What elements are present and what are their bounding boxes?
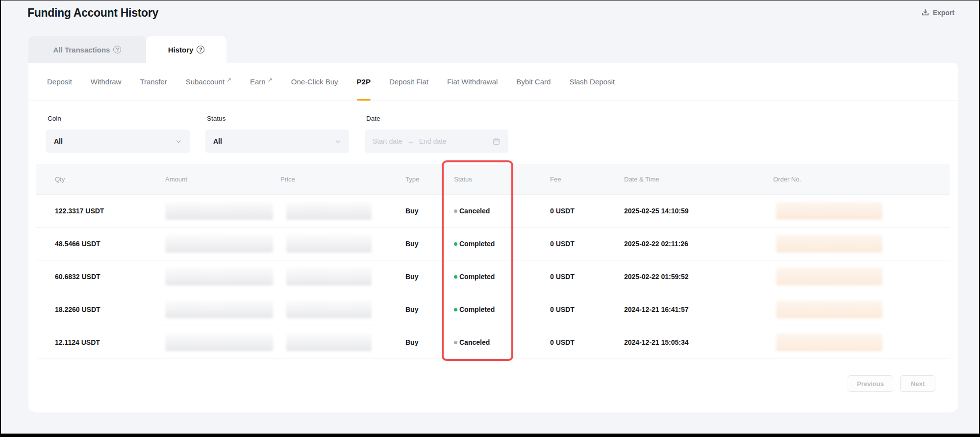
- coin-select-value: All: [54, 137, 176, 145]
- status-select[interactable]: All: [205, 129, 349, 153]
- range-arrow-icon: →: [407, 137, 414, 145]
- history-type-subtabs: Deposit Withdraw Transfer Subaccount ↗ E…: [28, 63, 958, 101]
- account-tabs: All Transactions ? History ?: [28, 36, 226, 63]
- chevron-down-icon: [335, 138, 341, 145]
- cell-fee: 0 USDT: [548, 306, 622, 313]
- subtab-slash-deposit[interactable]: Slash Deposit: [569, 63, 615, 101]
- tab-all-transactions[interactable]: All Transactions ?: [28, 36, 146, 63]
- status-dot: [454, 209, 457, 213]
- header-type: Type: [403, 176, 451, 183]
- header-price: Price: [280, 176, 403, 183]
- cell-qty: 122.3317 USDT: [36, 207, 165, 215]
- redacted-price: [286, 268, 372, 285]
- header-status: Status: [451, 176, 548, 183]
- status-dot: [454, 275, 457, 279]
- cell-qty: 18.2260 USDT: [36, 306, 165, 313]
- subtab-p2p[interactable]: P2P: [357, 63, 371, 101]
- redacted-amount: [165, 202, 273, 220]
- cell-qty: 48.5466 USDT: [36, 240, 165, 248]
- status-dot: [454, 341, 457, 344]
- transactions-table: Qty Amount Price Type Status Fee Date & …: [36, 164, 950, 359]
- cell-status: Completed: [451, 240, 548, 248]
- redacted-price: [286, 334, 372, 351]
- table-header-row: Qty Amount Price Type Status Fee Date & …: [36, 164, 950, 195]
- redacted-order-no[interactable]: [776, 268, 882, 285]
- subtab-earn[interactable]: Earn ↗: [250, 63, 273, 101]
- tab-label: All Transactions: [53, 46, 110, 54]
- cell-qty: 12.1124 USDT: [36, 338, 165, 346]
- cell-fee: 0 USDT: [548, 338, 622, 346]
- redacted-amount: [165, 235, 273, 253]
- external-link-icon: ↗: [226, 77, 231, 83]
- cell-datetime: 2024-12-21 15:05:34: [622, 338, 771, 346]
- calendar-icon: [492, 137, 501, 146]
- cell-status: Completed: [451, 306, 548, 313]
- redacted-price: [286, 235, 372, 253]
- header-datetime: Date & Time: [622, 176, 771, 183]
- date-range-picker[interactable]: Start date → End date: [365, 129, 508, 153]
- status-dot: [454, 308, 457, 311]
- redacted-order-no[interactable]: [776, 301, 882, 318]
- redacted-amount: [165, 268, 273, 285]
- date-filter: Date Start date → End date: [365, 115, 508, 153]
- subtab-one-click-buy[interactable]: One-Click Buy: [291, 63, 338, 101]
- export-label: Export: [933, 9, 955, 17]
- cell-type: Buy: [403, 207, 451, 215]
- table-row: 60.6832 USDT Buy Completed 0 USDT 2025-0…: [36, 260, 950, 293]
- table-row: 48.5466 USDT Buy Completed 0 USDT 2025-0…: [36, 228, 950, 260]
- redacted-amount: [165, 334, 273, 351]
- cell-datetime: 2025-02-22 02:11:26: [622, 240, 771, 248]
- cell-fee: 0 USDT: [548, 207, 622, 215]
- cell-status: Completed: [451, 273, 548, 281]
- subtab-fiat-withdrawal[interactable]: Fiat Withdrawal: [447, 63, 498, 101]
- export-button[interactable]: Export: [921, 8, 955, 17]
- header-qty: Qty: [36, 176, 165, 183]
- help-icon[interactable]: ?: [197, 46, 204, 53]
- status-dot: [454, 242, 457, 246]
- subtab-subaccount[interactable]: Subaccount ↗: [186, 63, 231, 101]
- subtab-withdraw[interactable]: Withdraw: [91, 63, 122, 101]
- page-title: Funding Account History: [27, 6, 158, 20]
- table-row: 18.2260 USDT Buy Completed 0 USDT 2024-1…: [36, 293, 950, 326]
- help-icon[interactable]: ?: [113, 46, 121, 53]
- external-link-icon: ↗: [268, 77, 273, 83]
- coin-filter: Coin All: [46, 115, 190, 153]
- redacted-price: [286, 301, 372, 318]
- header-order-no: Order No.: [771, 176, 950, 183]
- cell-type: Buy: [403, 273, 451, 281]
- tab-history[interactable]: History ?: [146, 36, 226, 63]
- cell-status: Canceled: [451, 207, 548, 215]
- status-filter-label: Status: [205, 115, 349, 122]
- table-row: 12.1124 USDT Buy Canceled 0 USDT 2024-12…: [36, 326, 950, 359]
- cell-datetime: 2024-12-21 16:41:57: [622, 306, 771, 313]
- status-select-value: All: [213, 137, 335, 145]
- redacted-order-no[interactable]: [776, 235, 882, 253]
- tab-label: History: [168, 46, 194, 54]
- subtab-deposit[interactable]: Deposit: [47, 63, 72, 101]
- header-fee: Fee: [548, 176, 622, 183]
- subtab-deposit-fiat[interactable]: Deposit Fiat: [389, 63, 428, 101]
- funding-account-history-page: Funding Account History Export All Trans…: [1, 0, 979, 434]
- subtab-bybit-card[interactable]: Bybit Card: [516, 63, 551, 101]
- redacted-price: [286, 202, 372, 220]
- filters-bar: Coin All Status All Date: [28, 101, 958, 153]
- cell-qty: 60.6832 USDT: [36, 273, 165, 281]
- coin-select[interactable]: All: [46, 129, 190, 153]
- cell-fee: 0 USDT: [548, 240, 622, 248]
- chevron-down-icon: [176, 138, 182, 145]
- end-date-placeholder: End date: [419, 137, 447, 145]
- date-filter-label: Date: [365, 115, 508, 122]
- export-download-icon: [921, 8, 930, 17]
- previous-button[interactable]: Previous: [848, 375, 893, 392]
- redacted-order-no[interactable]: [776, 202, 882, 220]
- start-date-placeholder: Start date: [373, 137, 402, 145]
- subtab-transfer[interactable]: Transfer: [140, 63, 167, 101]
- redacted-order-no[interactable]: [776, 334, 882, 351]
- history-card: Deposit Withdraw Transfer Subaccount ↗ E…: [28, 63, 958, 412]
- pagination: Previous Next: [848, 375, 935, 392]
- next-button[interactable]: Next: [900, 375, 935, 392]
- coin-filter-label: Coin: [46, 115, 190, 122]
- header-amount: Amount: [165, 176, 280, 183]
- cell-type: Buy: [403, 240, 451, 248]
- redacted-amount: [165, 301, 273, 318]
